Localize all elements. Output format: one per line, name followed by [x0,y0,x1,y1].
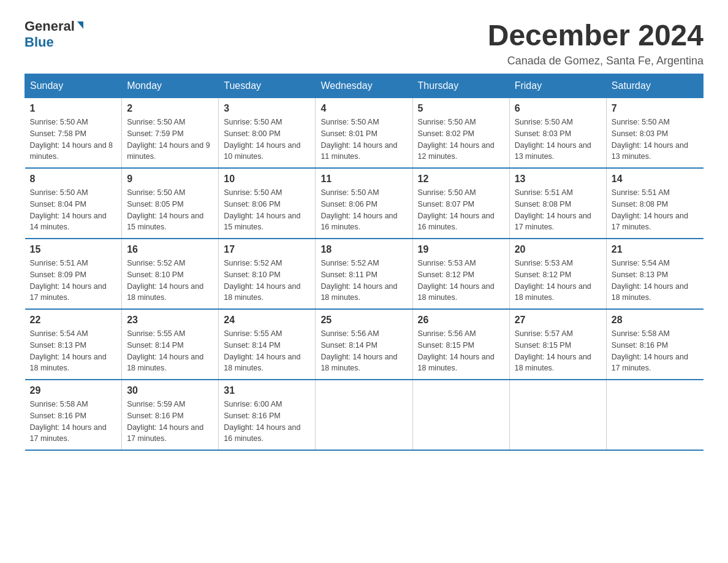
day-info: Sunrise: 5:52 AM Sunset: 8:10 PM Dayligh… [224,258,310,304]
day-info: Sunrise: 5:50 AM Sunset: 7:58 PM Dayligh… [30,117,117,163]
calendar-cell: 17 Sunrise: 5:52 AM Sunset: 8:10 PM Dayl… [219,239,316,309]
sunrise-label: Sunrise: 5:55 AM [224,329,282,338]
day-number: 1 [30,103,117,114]
day-number: 12 [418,174,504,185]
calendar-cell: 25 Sunrise: 5:56 AM Sunset: 8:14 PM Dayl… [316,309,412,380]
day-number: 24 [224,315,310,326]
daylight-label: Daylight: 14 hours and 18 minutes. [320,353,397,373]
header-saturday: Saturday [606,74,703,98]
sunset-label: Sunset: 8:15 PM [418,341,474,350]
daylight-label: Daylight: 14 hours and 17 minutes. [612,212,688,232]
logo-general: General [25,18,83,34]
day-info: Sunrise: 5:59 AM Sunset: 8:16 PM Dayligh… [127,399,213,445]
page-title: December 2024 [488,18,703,52]
sunset-label: Sunset: 8:00 PM [224,129,280,138]
sunset-label: Sunset: 8:16 PM [224,412,280,420]
daylight-label: Daylight: 14 hours and 9 minutes. [127,141,210,161]
sunset-label: Sunset: 8:10 PM [127,270,183,279]
calendar-cell [509,380,606,450]
day-info: Sunrise: 5:50 AM Sunset: 8:03 PM Dayligh… [515,117,601,163]
header-friday: Friday [509,74,606,98]
title-section: December 2024 Canada de Gomez, Santa Fe,… [488,18,703,67]
day-number: 8 [30,174,117,185]
day-number: 13 [515,174,601,185]
daylight-label: Daylight: 14 hours and 10 minutes. [224,141,300,161]
sunrise-label: Sunrise: 5:50 AM [320,188,379,197]
calendar-cell: 22 Sunrise: 5:54 AM Sunset: 8:13 PM Dayl… [25,309,122,380]
sunrise-label: Sunrise: 5:53 AM [418,259,476,267]
sunrise-label: Sunrise: 6:00 AM [224,400,282,408]
sunset-label: Sunset: 8:16 PM [127,412,183,420]
day-number: 29 [30,385,117,396]
day-number: 15 [30,244,117,255]
sunset-label: Sunset: 8:01 PM [320,129,377,138]
day-info: Sunrise: 5:53 AM Sunset: 8:12 PM Dayligh… [418,258,504,304]
sunrise-label: Sunrise: 5:51 AM [612,188,670,197]
calendar-cell: 29 Sunrise: 5:58 AM Sunset: 8:16 PM Dayl… [25,380,122,450]
day-info: Sunrise: 5:50 AM Sunset: 8:05 PM Dayligh… [127,187,213,233]
sunset-label: Sunset: 8:16 PM [30,412,86,420]
sunrise-label: Sunrise: 5:52 AM [320,259,379,267]
calendar-cell: 20 Sunrise: 5:53 AM Sunset: 8:12 PM Dayl… [509,239,606,309]
calendar-cell: 8 Sunrise: 5:50 AM Sunset: 8:04 PM Dayli… [25,168,122,239]
sunrise-label: Sunrise: 5:56 AM [418,329,476,338]
day-info: Sunrise: 5:56 AM Sunset: 8:15 PM Dayligh… [418,328,504,374]
calendar-cell: 26 Sunrise: 5:56 AM Sunset: 8:15 PM Dayl… [412,309,509,380]
calendar-cell [412,380,509,450]
calendar-cell: 6 Sunrise: 5:50 AM Sunset: 8:03 PM Dayli… [509,98,606,169]
daylight-label: Daylight: 14 hours and 16 minutes. [320,212,397,232]
day-info: Sunrise: 5:50 AM Sunset: 8:03 PM Dayligh… [612,117,699,163]
calendar-week-5: 29 Sunrise: 5:58 AM Sunset: 8:16 PM Dayl… [25,380,703,450]
header-wednesday: Wednesday [316,74,412,98]
daylight-label: Daylight: 14 hours and 14 minutes. [30,212,107,232]
daylight-label: Daylight: 14 hours and 11 minutes. [320,141,397,161]
day-info: Sunrise: 5:50 AM Sunset: 7:59 PM Dayligh… [127,117,213,163]
calendar-cell: 30 Sunrise: 5:59 AM Sunset: 8:16 PM Dayl… [122,380,219,450]
header-thursday: Thursday [412,74,509,98]
sunrise-label: Sunrise: 5:54 AM [612,259,670,267]
day-info: Sunrise: 5:50 AM Sunset: 8:04 PM Dayligh… [30,187,117,233]
calendar-cell [316,380,412,450]
day-info: Sunrise: 5:54 AM Sunset: 8:13 PM Dayligh… [612,258,699,304]
header-monday: Monday [122,74,219,98]
sunrise-label: Sunrise: 5:54 AM [30,329,88,338]
calendar-cell: 13 Sunrise: 5:51 AM Sunset: 8:08 PM Dayl… [509,168,606,239]
calendar-cell: 27 Sunrise: 5:57 AM Sunset: 8:15 PM Dayl… [509,309,606,380]
sunset-label: Sunset: 8:16 PM [612,341,668,350]
daylight-label: Daylight: 14 hours and 18 minutes. [127,353,203,373]
sunrise-label: Sunrise: 5:50 AM [418,188,476,197]
sunset-label: Sunset: 8:03 PM [515,129,571,138]
calendar-cell: 16 Sunrise: 5:52 AM Sunset: 8:10 PM Dayl… [122,239,219,309]
sunrise-label: Sunrise: 5:51 AM [515,188,573,197]
sunset-label: Sunset: 8:05 PM [127,200,183,209]
calendar-table: SundayMondayTuesdayWednesdayThursdayFrid… [25,74,703,451]
sunrise-label: Sunrise: 5:56 AM [320,329,379,338]
day-info: Sunrise: 5:51 AM Sunset: 8:09 PM Dayligh… [30,258,117,304]
calendar-cell: 18 Sunrise: 5:52 AM Sunset: 8:11 PM Dayl… [316,239,412,309]
sunrise-label: Sunrise: 5:50 AM [30,118,88,126]
day-info: Sunrise: 5:55 AM Sunset: 8:14 PM Dayligh… [127,328,213,374]
daylight-label: Daylight: 14 hours and 17 minutes. [30,282,107,302]
daylight-label: Daylight: 14 hours and 18 minutes. [30,353,107,373]
sunset-label: Sunset: 8:02 PM [418,129,474,138]
daylight-label: Daylight: 14 hours and 16 minutes. [224,423,300,443]
sunrise-label: Sunrise: 5:52 AM [224,259,282,267]
daylight-label: Daylight: 14 hours and 12 minutes. [418,141,495,161]
day-info: Sunrise: 5:50 AM Sunset: 8:07 PM Dayligh… [418,187,504,233]
day-number: 27 [515,315,601,326]
sunrise-label: Sunrise: 5:50 AM [320,118,379,126]
header-tuesday: Tuesday [219,74,316,98]
day-info: Sunrise: 5:52 AM Sunset: 8:11 PM Dayligh… [320,258,407,304]
day-info: Sunrise: 5:51 AM Sunset: 8:08 PM Dayligh… [515,187,601,233]
sunset-label: Sunset: 8:06 PM [320,200,377,209]
daylight-label: Daylight: 14 hours and 17 minutes. [30,423,107,443]
daylight-label: Daylight: 14 hours and 18 minutes. [418,282,495,302]
day-info: Sunrise: 6:00 AM Sunset: 8:16 PM Dayligh… [224,399,310,445]
day-number: 19 [418,244,504,255]
calendar-cell: 24 Sunrise: 5:55 AM Sunset: 8:14 PM Dayl… [219,309,316,380]
sunrise-label: Sunrise: 5:59 AM [127,400,185,408]
daylight-label: Daylight: 14 hours and 18 minutes. [320,282,397,302]
day-info: Sunrise: 5:50 AM Sunset: 8:02 PM Dayligh… [418,117,504,163]
day-number: 25 [320,315,407,326]
sunrise-label: Sunrise: 5:50 AM [612,118,670,126]
